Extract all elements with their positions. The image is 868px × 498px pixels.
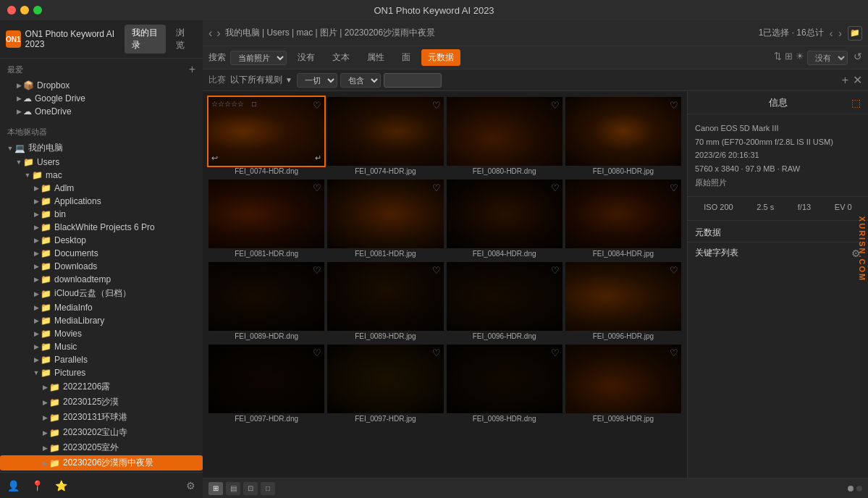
add-favorite-button[interactable]: + — [189, 63, 195, 76]
sidebar-item-icloud[interactable]: ▶ 📁 iCloud云盘（归档） — [0, 286, 203, 301]
minimize-button[interactable] — [20, 6, 29, 14]
sidebar-item-applications[interactable]: ▶ 📁 Applications — [0, 195, 203, 208]
person-icon[interactable]: 👤 — [7, 480, 20, 491]
sidebar-item-blackwhite[interactable]: ▶ 📁 BlackWhite Projects 6 Pro — [0, 221, 203, 234]
match-condition-select[interactable]: 包含 — [340, 73, 381, 88]
favorite-icon[interactable]: ♡ — [670, 347, 678, 358]
photo-cell-9[interactable]: ♡FEI_0089-HDR.dng — [208, 262, 324, 342]
keyword-settings-icon[interactable]: ⚙ — [851, 248, 861, 259]
favorite-icon[interactable]: ♡ — [313, 182, 321, 193]
nav-prev-icon[interactable]: ‹ — [830, 28, 833, 39]
favorite-icon[interactable]: ♡ — [551, 265, 560, 276]
nav-back-button[interactable]: ‹ — [208, 27, 212, 40]
sidebar-item-documents[interactable]: ▶ 📁 Documents — [0, 247, 203, 260]
favorite-icon[interactable]: ♡ — [313, 100, 321, 111]
filter-metadata-button[interactable]: 元数据 — [421, 49, 460, 66]
photo-cell-13[interactable]: ♡FEI_0097-HDR.dng — [208, 345, 324, 424]
match-text-input[interactable] — [384, 73, 442, 88]
sidebar-item-movies[interactable]: ▶ 📁 Movies — [0, 327, 203, 340]
photo-cell-4[interactable]: ♡FEI_0080-HDR.jpg — [565, 97, 681, 177]
sidebar-item-adlm[interactable]: ▶ 📁 Adlm — [0, 182, 203, 195]
match-add-button[interactable]: + — [842, 74, 848, 87]
photo-cell-8[interactable]: ♡FEI_0084-HDR.jpg — [565, 180, 681, 259]
sidebar-item-downloadtemp[interactable]: ▶ 📁 downloadtemp — [0, 273, 203, 286]
favorite-icon[interactable]: ♡ — [432, 265, 441, 276]
sidebar-item-20230202[interactable]: ▶ 📁 20230202宝山寺 — [0, 425, 203, 440]
sidebar-item-20221206[interactable]: ▶ 📁 20221206露 — [0, 379, 203, 394]
info-icon[interactable]: ⬚ — [851, 97, 861, 109]
sidebar-item-bin[interactable]: ▶ 📁 bin — [0, 208, 203, 221]
favorite-icon[interactable]: ♡ — [432, 100, 441, 111]
sidebar-item-20230131[interactable]: ▶ 📁 20230131环球港 — [0, 410, 203, 425]
filter-brightness-icon[interactable]: ☀ — [796, 51, 804, 65]
filter-none-button[interactable]: 没有 — [291, 49, 321, 66]
favorite-icon[interactable]: ♡ — [551, 182, 560, 193]
nav-forward-button[interactable]: › — [216, 27, 220, 40]
photo-cell-16[interactable]: ♡FEI_0098-HDR.jpg — [565, 345, 681, 424]
sort-dropdown[interactable]: 没有 — [807, 51, 848, 65]
filter-attr-button[interactable]: 属性 — [361, 49, 391, 66]
sidebar-item-dropbox[interactable]: ▶ 📦 Dropbox — [0, 79, 203, 92]
filter-face-button[interactable]: 面 — [395, 49, 417, 66]
detail-view-button[interactable]: □ — [261, 482, 275, 495]
chevron-down-icon[interactable]: ▼ — [285, 76, 292, 84]
status-dot-1[interactable] — [848, 486, 854, 491]
filmstrip-view-button[interactable]: ▤ — [226, 482, 240, 495]
filter-sort-icon[interactable]: ⇅ — [774, 51, 782, 65]
sidebar-item-pictures[interactable]: ▼ 📁 Pictures — [0, 366, 203, 379]
compare-view-button[interactable]: ⊡ — [243, 482, 258, 495]
filter-text-button[interactable]: 文本 — [326, 49, 356, 66]
location-icon[interactable]: 📍 — [31, 480, 43, 491]
sidebar-item-desktop[interactable]: ▶ 📁 Desktop — [0, 234, 203, 247]
tab-my-catalog[interactable]: 我的目录 — [125, 25, 166, 54]
photo-cell-11[interactable]: ♡FEI_0096-HDR.dng — [447, 262, 562, 342]
close-button[interactable] — [7, 6, 16, 14]
sidebar-item-20230205[interactable]: ▶ 📁 20230205室外 — [0, 440, 203, 455]
filter-group-icon[interactable]: ⊞ — [785, 51, 793, 65]
star-icon[interactable]: ⭐ — [55, 480, 67, 491]
nav-next-icon[interactable]: › — [838, 28, 842, 39]
photo-cell-6[interactable]: ♡FEI_0081-HDR.jpg — [327, 180, 443, 259]
sidebar-item-20230206[interactable]: ▶ 📁 20230206沙漠雨中夜景 — [0, 455, 203, 470]
search-scope-select[interactable]: 当前照片 — [230, 51, 287, 65]
favorite-icon[interactable]: ♡ — [670, 182, 678, 193]
favorite-icon[interactable]: ♡ — [670, 265, 678, 276]
status-dot-2[interactable] — [856, 486, 862, 491]
sidebar-item-users[interactable]: ▼ 📁 Users — [0, 156, 203, 169]
sidebar-item-parallels[interactable]: ▶ 📁 Parallels — [0, 353, 203, 366]
sidebar-item-mac[interactable]: ▼ 📁 mac — [0, 169, 203, 182]
grid-view-button[interactable]: ⊞ — [208, 482, 223, 495]
enter-icon[interactable]: ↵ — [315, 153, 321, 163]
photo-cell-7[interactable]: ♡FEI_0084-HDR.dng — [447, 180, 562, 259]
new-folder-button[interactable]: 📁 — [848, 26, 862, 41]
filter-reset-icon[interactable]: ↺ — [854, 51, 862, 65]
sidebar-item-googledrive[interactable]: ▶ ☁ Google Drive — [0, 92, 203, 105]
photo-cell-15[interactable]: ♡FEI_0098-HDR.dng — [447, 345, 562, 424]
favorite-icon[interactable]: ♡ — [551, 100, 560, 111]
rotate-icon[interactable]: ↩ — [211, 153, 218, 163]
sidebar-item-mediainfo[interactable]: ▶ 📁 MediaInfo — [0, 301, 203, 314]
favorite-icon[interactable]: ♡ — [551, 347, 560, 358]
favorite-icon[interactable]: ♡ — [313, 265, 321, 276]
photo-cell-3[interactable]: ♡FEI_0080-HDR.dng — [447, 97, 562, 177]
sidebar-item-music[interactable]: ▶ 📁 Music — [0, 340, 203, 353]
favorite-icon[interactable]: ♡ — [313, 347, 321, 358]
sidebar-item-onedrive[interactable]: ▶ ☁ OneDrive — [0, 105, 203, 118]
photo-cell-5[interactable]: ♡FEI_0081-HDR.dng — [208, 180, 324, 259]
photo-cell-12[interactable]: ♡FEI_0096-HDR.jpg — [565, 262, 681, 342]
sidebar-item-20230125[interactable]: ▶ 📁 20230125沙漠 — [0, 394, 203, 410]
sidebar-item-mycomputer[interactable]: ▼ 💻 我的电脑 — [0, 140, 203, 156]
photo-cell-10[interactable]: ♡FEI_0089-HDR.jpg — [327, 262, 443, 342]
window-controls[interactable] — [7, 6, 42, 14]
photo-cell-2[interactable]: ♡FEI_0074-HDR.jpg — [327, 97, 443, 177]
maximize-button[interactable] — [33, 6, 42, 14]
settings-icon[interactable]: ⚙ — [186, 480, 195, 491]
sidebar-item-medialibrary[interactable]: ▶ 📁 MediaLibrary — [0, 314, 203, 327]
photo-cell-14[interactable]: ♡FEI_0097-HDR.jpg — [327, 345, 443, 424]
favorite-icon[interactable]: ♡ — [432, 182, 441, 193]
tab-browse[interactable]: 浏览 — [169, 25, 197, 54]
photo-checkbox[interactable]: □ — [252, 100, 256, 108]
match-close-button[interactable]: ✕ — [853, 73, 862, 87]
sidebar-item-downloads[interactable]: ▶ 📁 Downloads — [0, 260, 203, 273]
match-field-select[interactable]: 一切 — [297, 73, 337, 88]
